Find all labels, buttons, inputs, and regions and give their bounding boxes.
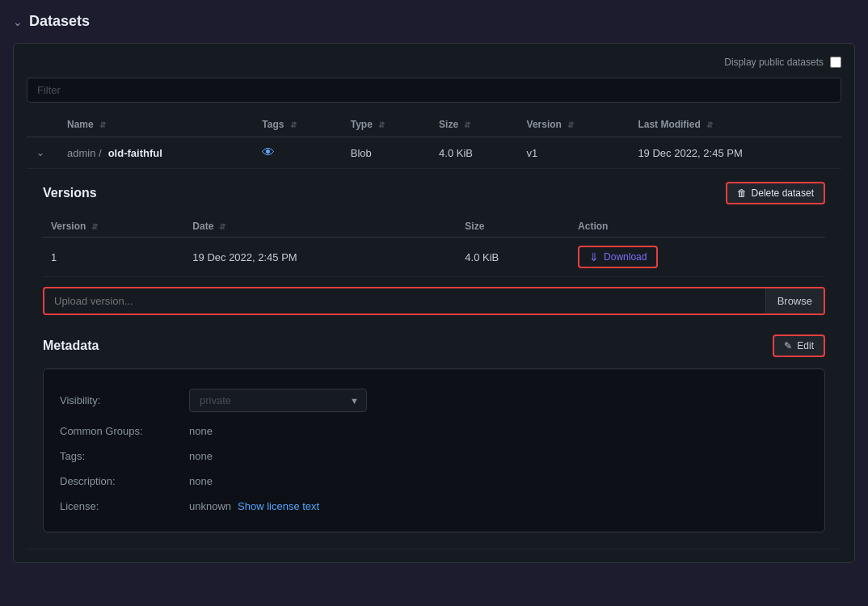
td-type: Blob [343, 137, 431, 169]
upload-version-input[interactable] [44, 288, 765, 314]
sort-icon-size: ⇵ [464, 120, 470, 129]
vtd-date: 19 Dec 2022, 2:45 PM [184, 238, 457, 277]
td-size: 4.0 KiB [431, 137, 518, 169]
th-tags: Tags ⇵ [254, 112, 342, 137]
vtd-size: 4.0 KiB [457, 238, 570, 277]
metadata-section: Metadata ✎ Edit Visibility: [43, 335, 825, 532]
metadata-header: Metadata ✎ Edit [43, 335, 825, 357]
expanded-inner: Versions 🗑 Delete dataset [27, 169, 841, 549]
trash-icon: 🗑 [737, 187, 747, 199]
edit-metadata-button[interactable]: ✎ Edit [773, 335, 825, 357]
display-public-option: Display public datasets [724, 57, 841, 68]
sort-icon-version: ⇵ [567, 120, 574, 129]
th-type: Type ⇵ [343, 112, 431, 137]
th-expand [27, 112, 59, 137]
description-value: none [189, 475, 808, 487]
row-expand-button[interactable]: ⌄ [35, 145, 46, 160]
section-header: ⌄ Datasets [13, 13, 855, 30]
td-last-modified: 19 Dec 2022, 2:45 PM [630, 137, 841, 169]
pencil-icon: ✎ [784, 340, 792, 351]
display-public-label: Display public datasets [724, 57, 824, 68]
upload-row: Browse [43, 287, 825, 315]
table-header-row: Name ⇵ Tags ⇵ Type ⇵ Size ⇵ [27, 112, 841, 137]
td-tags: 👁 [254, 137, 342, 169]
edit-btn-label: Edit [797, 340, 814, 351]
show-license-text-link[interactable]: Show license text [238, 500, 319, 512]
visibility-label: Visibility: [60, 394, 189, 406]
vth-action: Action [570, 216, 825, 238]
version-row: 1 19 Dec 2022, 2:45 PM 4.0 KiB [43, 238, 825, 277]
vth-size: Size [457, 216, 570, 238]
license-label: License: [60, 500, 189, 512]
td-version: v1 [519, 137, 630, 169]
th-last-modified: Last Modified ⇵ [630, 112, 841, 137]
visibility-select-wrapper: private public ▼ [189, 389, 367, 412]
versions-header: Versions 🗑 Delete dataset [43, 182, 825, 204]
metadata-license-row: License: unknown Show license text [60, 494, 808, 519]
sort-icon-type: ⇵ [378, 120, 385, 129]
versions-header-row: Version ⇵ Date ⇵ Size [43, 216, 825, 238]
name-prefix: admin / [67, 147, 102, 159]
license-value: unknown [189, 500, 231, 512]
metadata-tags-row: Tags: none [60, 444, 808, 469]
versions-title: Versions [43, 186, 97, 200]
versions-table: Version ⇵ Date ⇵ Size [43, 216, 825, 277]
metadata-title: Metadata [43, 339, 99, 353]
download-icon: ⇓ [589, 250, 599, 263]
browse-button[interactable]: Browse [765, 288, 824, 314]
top-bar: Display public datasets [27, 57, 841, 68]
sort-icon-v-date: ⇵ [219, 222, 225, 231]
metadata-visibility-row: Visibility: private public ▼ [60, 382, 808, 419]
tags-value: none [189, 450, 808, 462]
sort-icon-v-version: ⇵ [91, 222, 98, 231]
eye-icon: 👁 [262, 145, 275, 159]
chevron-down-icon: ⌄ [13, 15, 23, 28]
display-public-checkbox[interactable] [830, 57, 841, 68]
th-name: Name ⇵ [59, 112, 254, 137]
page-container: ⌄ Datasets Display public datasets Name … [0, 0, 868, 606]
dataset-name: admin / old-faithful [67, 147, 246, 159]
expanded-cell: Versions 🗑 Delete dataset [27, 169, 841, 549]
metadata-description-row: Description: none [60, 469, 808, 494]
table-row: ⌄ admin / old-faithful 👁 Blob 4.0 K [27, 137, 841, 169]
vth-version: Version ⇵ [43, 216, 184, 238]
main-table: Name ⇵ Tags ⇵ Type ⇵ Size ⇵ [27, 112, 841, 549]
expanded-row: Versions 🗑 Delete dataset [27, 169, 841, 549]
download-label: Download [604, 251, 647, 263]
delete-dataset-button[interactable]: 🗑 Delete dataset [726, 182, 825, 204]
expand-cell: ⌄ [27, 137, 59, 169]
sort-icon-last-modified: ⇵ [706, 120, 713, 129]
vth-date: Date ⇵ [184, 216, 457, 238]
sort-icon-tags: ⇵ [290, 120, 297, 129]
sort-icon-name: ⇵ [99, 120, 106, 129]
filter-input[interactable] [27, 78, 841, 103]
download-button[interactable]: ⇓ Download [578, 246, 658, 268]
delete-btn-label: Delete dataset [752, 187, 814, 199]
visibility-select[interactable]: private public [189, 389, 367, 412]
vtd-version: 1 [43, 238, 184, 277]
th-size: Size ⇵ [431, 112, 518, 137]
datasets-panel: Display public datasets Name ⇵ Tags ⇵ [13, 43, 855, 563]
common-groups-label: Common Groups: [60, 425, 189, 437]
vtd-action: ⇓ Download [570, 238, 825, 277]
page-title: Datasets [29, 13, 90, 30]
dataset-name-value: old-faithful [108, 147, 162, 159]
th-version: Version ⇵ [519, 112, 630, 137]
common-groups-value: none [189, 425, 808, 437]
td-name: admin / old-faithful [59, 137, 254, 169]
description-label: Description: [60, 475, 189, 487]
metadata-common-groups-row: Common Groups: none [60, 419, 808, 444]
tags-label: Tags: [60, 450, 189, 462]
metadata-box: Visibility: private public ▼ [43, 368, 825, 532]
browse-label: Browse [777, 295, 812, 307]
